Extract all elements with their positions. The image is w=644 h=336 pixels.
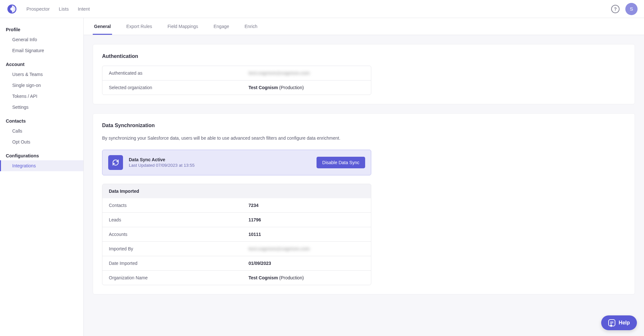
sync-status: Data Sync Active: [129, 157, 194, 162]
auth-row-authenticated-as: Authenticated as test.cognism@cognism.co…: [102, 66, 371, 80]
imported-row-contacts: Contacts 7234: [102, 198, 371, 213]
chat-icon: [608, 319, 615, 326]
integration-tabs: General Export Rules Field Mappings Enga…: [84, 18, 644, 35]
sidebar-item-general-info[interactable]: General Info: [0, 34, 83, 45]
user-avatar[interactable]: S: [625, 3, 638, 15]
tab-general[interactable]: General: [93, 18, 112, 35]
nav-prospector[interactable]: Prospector: [26, 6, 50, 12]
svg-point-1: [10, 7, 14, 11]
sync-icon: [108, 155, 123, 170]
app-logo[interactable]: [6, 4, 17, 14]
data-imported-table: Data Imported Contacts 7234 Leads 11796 …: [102, 184, 371, 285]
data-imported-header: Data Imported: [102, 184, 371, 198]
authentication-card: Authentication Authenticated as test.cog…: [93, 44, 635, 104]
sidebar-item-settings[interactable]: Settings: [0, 102, 83, 113]
auth-label-authenticated-as: Authenticated as: [102, 66, 242, 80]
data-sync-card: Data Synchronization By synchronizing yo…: [93, 113, 635, 294]
auth-value-authenticated-as: test.cognism@cognism.com: [249, 70, 310, 76]
sidebar-heading-contacts: Contacts: [0, 117, 83, 126]
auth-label-selected-org: Selected organization: [102, 80, 242, 95]
disable-data-sync-button[interactable]: Disable Data Sync: [317, 157, 365, 168]
imported-row-org-name: Organization Name Test Cognism (Producti…: [102, 271, 371, 285]
settings-sidebar: Profile General Info Email Signature Acc…: [0, 18, 84, 336]
tab-engage[interactable]: Engage: [212, 18, 230, 35]
sidebar-item-integrations[interactable]: Integrations: [0, 160, 83, 171]
sidebar-item-tokens-api[interactable]: Tokens / API: [0, 91, 83, 102]
sync-title: Data Synchronization: [102, 123, 626, 128]
sidebar-item-calls[interactable]: Calls: [0, 126, 83, 136]
help-fab-label: Help: [619, 320, 630, 326]
auth-table: Authenticated as test.cognism@cognism.co…: [102, 66, 371, 95]
imported-row-imported-by: Imported By test.cognism@cognism.com: [102, 242, 371, 256]
sidebar-heading-configurations: Configurations: [0, 151, 83, 160]
sidebar-heading-account: Account: [0, 60, 83, 69]
sidebar-heading-profile: Profile: [0, 25, 83, 34]
auth-row-selected-org: Selected organization Test Cognism (Prod…: [102, 80, 371, 95]
tab-enrich[interactable]: Enrich: [243, 18, 259, 35]
auth-value-selected-org: Test Cognism (Production): [242, 80, 371, 95]
sync-subtitle: By synchronizing your Salesforce data, u…: [102, 135, 347, 142]
imported-row-date: Date Imported 01/09/2023: [102, 256, 371, 271]
imported-row-leads: Leads 11796: [102, 213, 371, 227]
sidebar-item-users-teams[interactable]: Users & Teams: [0, 69, 83, 80]
imported-row-accounts: Accounts 10111: [102, 227, 371, 242]
nav-intent[interactable]: Intent: [78, 6, 90, 12]
sidebar-item-email-signature[interactable]: Email Signature: [0, 45, 83, 56]
auth-title: Authentication: [102, 53, 626, 59]
help-fab[interactable]: Help: [601, 315, 637, 330]
tab-field-mappings[interactable]: Field Mappings: [166, 18, 199, 35]
nav-lists[interactable]: Lists: [59, 6, 69, 12]
top-nav: Prospector Lists Intent ? S: [0, 0, 644, 18]
sync-updated: Last Updated 07/09/2023 at 13:55: [129, 163, 194, 168]
sync-banner: Data Sync Active Last Updated 07/09/2023…: [102, 150, 371, 175]
sidebar-item-sso[interactable]: Single sign-on: [0, 80, 83, 91]
help-icon[interactable]: ?: [611, 5, 620, 13]
sidebar-item-opt-outs[interactable]: Opt Outs: [0, 136, 83, 147]
tab-export-rules[interactable]: Export Rules: [125, 18, 153, 35]
